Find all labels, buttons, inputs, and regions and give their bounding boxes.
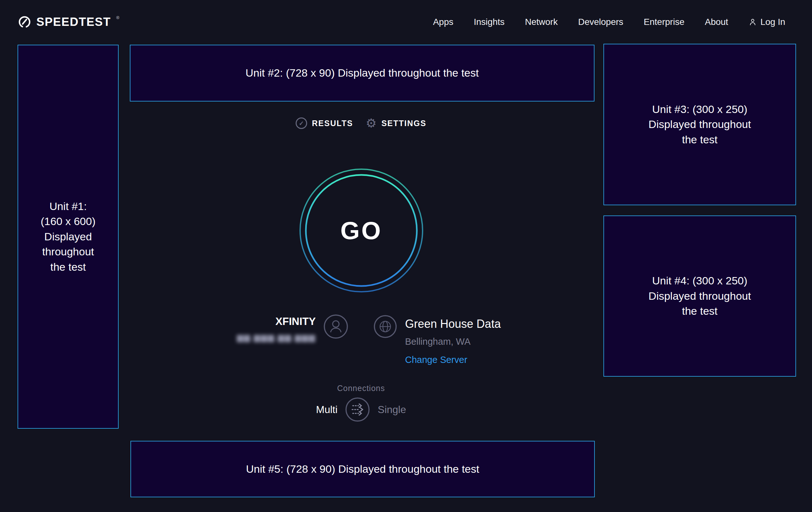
nav-item-apps[interactable]: Apps xyxy=(433,17,454,27)
speedtest-logo[interactable]: SPEEDTEST ® xyxy=(18,15,119,29)
check-circle-icon: ✓ xyxy=(296,117,307,129)
tab-settings[interactable]: ⚙ SETTINGS xyxy=(366,117,427,129)
server-info: Green House Data Bellingham, WA Change S… xyxy=(405,317,539,365)
ad-unit-5-text: Unit #5: (728 x 90) Displayed throughout… xyxy=(246,462,479,477)
user-icon xyxy=(749,18,757,26)
connections-single-option[interactable]: Single xyxy=(378,404,406,415)
ad-unit-1-text: Unit #1: (160 x 600) Displayed throughou… xyxy=(41,199,96,275)
main-nav: Apps Insights Network Developers Enterpr… xyxy=(433,17,785,27)
ad-unit-3[interactable]: Unit #3: (300 x 250) Displayed throughou… xyxy=(603,44,796,205)
settings-tab-label: SETTINGS xyxy=(381,119,427,128)
server-globe-icon xyxy=(374,315,397,340)
ad-unit-1[interactable]: Unit #1: (160 x 600) Displayed throughou… xyxy=(18,45,119,429)
nav-item-about[interactable]: About xyxy=(705,17,728,27)
speedtest-page: SPEEDTEST ® Apps Insights Network Develo… xyxy=(0,0,812,512)
connections-toggle-icon[interactable] xyxy=(345,397,370,422)
go-button-label: GO xyxy=(299,168,424,293)
connections-row: Multi Single xyxy=(278,397,444,423)
gear-icon: ⚙ xyxy=(366,117,377,129)
results-tab-label: RESULTS xyxy=(312,119,353,128)
login-label: Log In xyxy=(760,17,785,27)
speedometer-gauge-icon xyxy=(18,16,32,28)
ad-unit-5[interactable]: Unit #5: (728 x 90) Displayed throughout… xyxy=(130,441,595,497)
login-button[interactable]: Log In xyxy=(749,17,785,27)
change-server-link[interactable]: Change Server xyxy=(405,355,467,365)
ad-unit-4[interactable]: Unit #4: (300 x 250) Displayed throughou… xyxy=(603,215,796,377)
server-location: Bellingham, WA xyxy=(405,336,539,347)
isp-info: XFINITY ▆▆.▆▆▆.▆▆.▆▆▆ xyxy=(230,315,316,343)
connections-multi-option[interactable]: Multi xyxy=(316,404,338,415)
logo-trademark: ® xyxy=(116,15,120,20)
isp-user-icon xyxy=(323,314,348,340)
nav-item-network[interactable]: Network xyxy=(525,17,558,27)
ad-unit-3-text: Unit #3: (300 x 250) Displayed throughou… xyxy=(648,102,751,147)
ad-unit-2[interactable]: Unit #2: (728 x 90) Displayed throughout… xyxy=(130,45,594,102)
go-button[interactable]: GO xyxy=(299,168,424,293)
tab-results[interactable]: ✓ RESULTS xyxy=(296,117,353,129)
ad-unit-4-text: Unit #4: (300 x 250) Displayed throughou… xyxy=(648,273,751,319)
nav-item-enterprise[interactable]: Enterprise xyxy=(644,17,685,27)
nav-item-developers[interactable]: Developers xyxy=(578,17,624,27)
nav-item-insights[interactable]: Insights xyxy=(474,17,505,27)
logo-wordmark: SPEEDTEST xyxy=(36,15,111,29)
ad-unit-2-text: Unit #2: (728 x 90) Displayed throughout… xyxy=(245,65,479,81)
isp-name: XFINITY xyxy=(230,315,316,327)
server-name: Green House Data xyxy=(405,317,539,331)
top-nav: SPEEDTEST ® Apps Insights Network Develo… xyxy=(0,0,812,44)
isp-ip-redacted: ▆▆.▆▆▆.▆▆.▆▆▆ xyxy=(237,332,316,343)
connections-label: Connections xyxy=(297,384,425,393)
test-tabs: ✓ RESULTS ⚙ SETTINGS xyxy=(119,114,603,132)
